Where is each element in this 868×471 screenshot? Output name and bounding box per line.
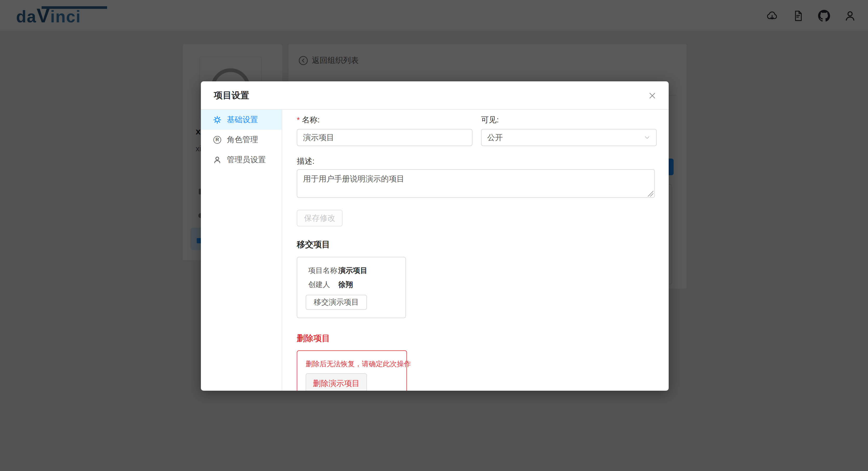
modal-content: *名称: 可见: 公开 描述: 用于用户手册说明演示的项目 保存修改 移交项目 (282, 110, 669, 390)
transfer-section-heading: 移交项目 (297, 239, 330, 250)
visibility-label: 可见: (481, 115, 499, 125)
delete-warning-text: 删除后无法恢复，请确定此次操作 (306, 359, 411, 369)
delete-section-heading: 删除项目 (297, 333, 330, 344)
description-label: 描述: (297, 156, 314, 167)
sidebar-item-label: 管理员设置 (227, 154, 266, 165)
modal-sidebar: 基础设置 R 角色管理 管理员设置 (201, 110, 282, 390)
visibility-selected-value: 公开 (487, 132, 503, 143)
modal-header: 项目设置 (201, 81, 669, 110)
sidebar-item-label: 角色管理 (227, 134, 258, 145)
sidebar-item-role-management[interactable]: R 角色管理 (201, 130, 282, 150)
name-label: *名称: (297, 115, 320, 125)
registered-icon: R (213, 135, 222, 144)
transfer-card: 项目名称演示项目 创建人徐翔 移交演示项目 (297, 257, 406, 318)
modal-title: 项目设置 (214, 89, 249, 101)
sidebar-item-admin-settings[interactable]: 管理员设置 (201, 150, 282, 170)
project-name-label: 项目名称 (308, 265, 338, 276)
delete-project-button[interactable]: 删除演示项目 (306, 373, 367, 391)
creator-value: 徐翔 (338, 280, 353, 288)
sidebar-item-label: 基础设置 (227, 114, 258, 125)
project-name-value: 演示项目 (338, 266, 368, 275)
required-mark: * (297, 116, 300, 124)
chevron-down-icon (644, 134, 650, 141)
user-icon (213, 155, 222, 164)
modal-body: 基础设置 R 角色管理 管理员设置 (201, 110, 669, 390)
project-settings-modal: 项目设置 (201, 81, 669, 391)
transfer-creator-row: 创建人徐翔 (308, 280, 353, 289)
delete-warning-box: 删除后无法恢复，请确定此次操作 删除演示项目 (297, 350, 407, 391)
visibility-select[interactable]: 公开 (481, 129, 657, 146)
close-icon[interactable] (645, 88, 660, 103)
app-root: daVinci (0, 0, 868, 471)
project-name-input[interactable] (297, 129, 472, 146)
gear-icon (213, 116, 222, 124)
transfer-project-name-row: 项目名称演示项目 (308, 265, 368, 276)
transfer-project-button[interactable]: 移交演示项目 (306, 295, 367, 310)
description-textarea[interactable]: 用于用户手册说明演示的项目 (297, 169, 655, 198)
save-changes-button[interactable]: 保存修改 (297, 210, 343, 226)
creator-label: 创建人 (308, 280, 338, 289)
sidebar-item-basic-settings[interactable]: 基础设置 (201, 110, 282, 130)
